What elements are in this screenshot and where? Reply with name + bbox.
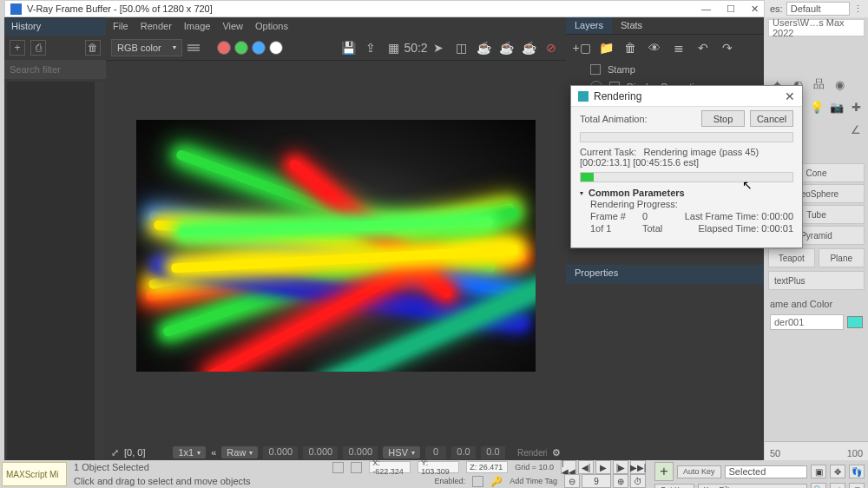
add-key-icon[interactable]: +: [654, 462, 674, 481]
enabled-toggle[interactable]: [472, 476, 483, 487]
common-params-header[interactable]: ▾ Common Parameters: [580, 188, 793, 198]
history-header: History: [4, 18, 106, 36]
channel-label: RGB color: [117, 43, 161, 53]
zoom-icon[interactable]: 🔍: [811, 483, 826, 488]
menu-options[interactable]: Options: [255, 21, 288, 31]
layer-redo-icon[interactable]: ↷: [719, 39, 736, 56]
layer-item-stamp[interactable]: Stamp: [566, 61, 764, 78]
obj-teapot[interactable]: Teapot: [768, 248, 815, 267]
timeline-ruler[interactable]: 50 100: [765, 441, 868, 460]
teapot-lock-icon[interactable]: ☕: [496, 38, 516, 57]
layer-trash-icon[interactable]: 🗑: [621, 39, 639, 56]
region-icon[interactable]: ◫: [451, 38, 470, 57]
channel-list-icon[interactable]: [186, 40, 201, 56]
stop-icon[interactable]: ⊘: [542, 38, 561, 57]
teapot-render-icon[interactable]: ☕: [519, 38, 538, 57]
rendering-dialog: Rendering ✕ Total Animation: Stop Cancel…: [570, 85, 803, 248]
orbit-icon[interactable]: ⭯: [830, 483, 845, 488]
lights-icon[interactable]: 💡: [808, 98, 825, 115]
layer-list-icon[interactable]: ≣: [670, 39, 687, 56]
close-button[interactable]: ✕: [751, 3, 759, 15]
key-prev-icon[interactable]: ⊖: [564, 474, 580, 488]
keyfilters-button[interactable]: Key Filters…: [698, 484, 807, 489]
save-icon[interactable]: 💾: [339, 38, 358, 57]
max-statusbar: MAXScript Mi 1 Object Selected X: -622.3…: [0, 460, 868, 488]
timeconfig-icon[interactable]: ⏱: [630, 474, 646, 488]
raw-chip[interactable]: Raw▾: [221, 446, 258, 458]
key-next-icon[interactable]: ⊕: [613, 474, 628, 488]
menu-bar: File Render Image View Options: [106, 17, 566, 35]
name-color-header: ame and Color: [765, 295, 868, 313]
grid-icon[interactable]: ▦: [384, 38, 403, 57]
coord-x: X: -622.324: [369, 461, 411, 473]
mono-channel-dot[interactable]: [269, 41, 283, 55]
add-time-tag[interactable]: Add Time Tag: [510, 477, 557, 485]
stop-button[interactable]: Stop: [701, 110, 745, 127]
minimize-button[interactable]: —: [701, 3, 711, 15]
history-save-icon[interactable]: ⎙: [30, 40, 46, 56]
angle-icon[interactable]: ∠: [847, 121, 865, 138]
maximize-button[interactable]: ☐: [727, 3, 735, 15]
maxscript-listener[interactable]: MAXScript Mi: [2, 462, 67, 486]
dialog-close-icon[interactable]: ✕: [785, 89, 795, 103]
object-name-field[interactable]: der001: [770, 314, 844, 330]
cancel-button[interactable]: Cancel: [750, 110, 793, 127]
obj-plane[interactable]: Plane: [819, 248, 865, 267]
tab-stats[interactable]: Stats: [612, 17, 651, 34]
viewcube-icon[interactable]: ▣: [811, 465, 826, 478]
snap-icon[interactable]: [351, 462, 362, 473]
teapot-icon[interactable]: ☕: [474, 38, 493, 57]
frame-field[interactable]: 9: [582, 474, 611, 488]
prev-frame-icon[interactable]: ◀|: [578, 460, 594, 474]
hsv-h: 0: [425, 446, 446, 459]
color-swatch[interactable]: [847, 316, 863, 328]
goto-end-icon[interactable]: ▶▶|: [630, 460, 646, 474]
cam-icon[interactable]: 📷: [828, 98, 845, 115]
zoom-chip[interactable]: 1x1▾: [173, 446, 206, 458]
preset-menu-icon[interactable]: ⋮: [853, 3, 863, 15]
layer-add-icon[interactable]: +▢: [573, 39, 590, 56]
helper-icon[interactable]: ✚: [848, 98, 865, 115]
keymode-dropdown[interactable]: Selected: [725, 465, 807, 478]
layer-folder-icon[interactable]: 📁: [597, 39, 615, 56]
goto-start-icon[interactable]: |◀◀: [561, 460, 576, 474]
expand-icon[interactable]: ⤢: [111, 447, 119, 458]
pan-icon[interactable]: ✥: [830, 465, 845, 478]
menu-render[interactable]: Render: [141, 21, 172, 31]
cmd-hierarchy-icon[interactable]: 品: [810, 76, 827, 93]
blue-channel-dot[interactable]: [252, 41, 266, 55]
settings-icon[interactable]: ⚙: [552, 447, 561, 458]
menu-file[interactable]: File: [113, 21, 128, 31]
green-channel-dot[interactable]: [234, 41, 248, 55]
layer-undo-icon[interactable]: ↶: [694, 39, 712, 56]
export-icon[interactable]: ⇪: [361, 38, 380, 57]
history-trash-icon[interactable]: 🗑: [85, 40, 101, 56]
cmd-motion-icon[interactable]: ◉: [831, 76, 848, 93]
lock-icon[interactable]: [332, 462, 344, 473]
zoom-label[interactable]: 50:2: [406, 38, 425, 57]
play-icon[interactable]: ▶: [595, 460, 611, 474]
channel-selector[interactable]: RGB color ▾: [111, 39, 182, 56]
obj-textplus[interactable]: textPlus: [768, 271, 865, 290]
menu-image[interactable]: Image: [184, 21, 211, 31]
hsv-chip[interactable]: HSV▾: [383, 446, 420, 458]
render-canvas[interactable]: [136, 120, 536, 372]
chevron-down-icon: ▾: [173, 43, 176, 51]
red-channel-dot[interactable]: [217, 41, 231, 55]
tab-layers[interactable]: Layers: [566, 17, 612, 34]
zoom-collapse-icon[interactable]: «: [211, 447, 216, 458]
setkey-button[interactable]: Set Key: [654, 484, 694, 489]
project-path[interactable]: Users\W…s Max 2022: [768, 19, 865, 36]
next-frame-icon[interactable]: |▶: [613, 460, 628, 474]
layer-eye-icon[interactable]: 👁: [646, 39, 663, 56]
tag-icon[interactable]: 🔑: [490, 476, 503, 487]
history-add-icon[interactable]: +: [10, 40, 25, 56]
menu-view[interactable]: View: [222, 21, 243, 31]
autokey-button[interactable]: Auto Key: [677, 465, 721, 478]
walk-icon[interactable]: 👣: [849, 465, 865, 478]
history-scrollbar[interactable]: [95, 82, 103, 464]
history-search[interactable]: 🔍 ▾: [4, 60, 106, 79]
pointer-icon[interactable]: ➤: [429, 38, 448, 57]
maxview-icon[interactable]: ▢: [849, 483, 865, 488]
preset-dropdown[interactable]: Default: [786, 2, 850, 16]
